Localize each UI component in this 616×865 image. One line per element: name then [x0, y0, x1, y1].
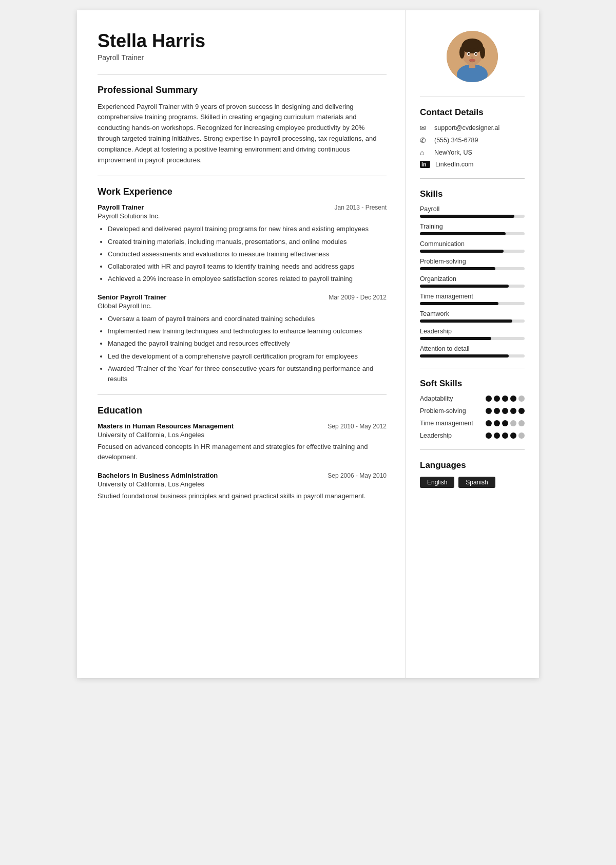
svg-point-7: [480, 46, 485, 59]
skill-dot: [494, 432, 500, 439]
skill-bar-fill: [420, 215, 514, 218]
edu-2-desc: Studied foundational business principles…: [98, 491, 387, 501]
skill-label: Communication: [420, 240, 525, 248]
skill-bar-bg: [420, 354, 525, 358]
name: Stella Harris: [98, 31, 387, 51]
list-item: Collaborated with HR and payroll teams t…: [108, 261, 387, 272]
svg-point-10: [468, 53, 470, 55]
contact-title: Contact Details: [420, 107, 525, 118]
skill-dot: [494, 408, 500, 414]
skill-label: Problem-solving: [420, 258, 525, 265]
skill-bar-fill: [420, 354, 509, 358]
job-1-dates: Jan 2013 - Present: [335, 204, 387, 211]
skill-row: Problem-solving: [420, 258, 525, 270]
contact-email-value: support@cvdesigner.ai: [434, 124, 499, 131]
skill-label: Payroll: [420, 205, 525, 213]
job-2-company: Global Payroll Inc.: [98, 302, 387, 310]
phone-icon: ✆: [420, 136, 430, 144]
skill-bar-bg: [420, 232, 525, 235]
svg-point-6: [459, 46, 465, 59]
skill-row: Leadership: [420, 328, 525, 340]
resume-container: Stella Harris Payroll Trainer Profession…: [77, 10, 539, 678]
email-icon: ✉: [420, 124, 430, 132]
edu-1-degree: Masters in Human Resources Management: [98, 422, 234, 430]
contact-section: Contact Details ✉ support@cvdesigner.ai …: [420, 107, 525, 168]
avatar-container: [420, 31, 525, 82]
skill-dot: [518, 396, 525, 402]
skill-dots: [486, 396, 525, 402]
skill-row: Teamwork: [420, 310, 525, 323]
soft-skill-row: Problem-solving: [420, 407, 525, 415]
skill-bar-bg: [420, 215, 525, 218]
contact-linkedin-value: LinkedIn.com: [435, 161, 473, 168]
svg-point-5: [463, 39, 482, 49]
location-icon: ⌂: [420, 148, 430, 157]
job-1: Payroll Trainer Jan 2013 - Present Payro…: [98, 203, 387, 284]
skill-label: Teamwork: [420, 310, 525, 317]
skill-bar-fill: [420, 285, 509, 288]
education-section: Education Masters in Human Resources Man…: [98, 405, 387, 501]
skill-row: Attention to detail: [420, 345, 525, 358]
edu-2-dates: Sep 2006 - May 2010: [328, 472, 387, 479]
soft-skill-label: Problem-solving: [420, 407, 476, 415]
avatar: [447, 31, 498, 82]
edu-2-header: Bachelors in Business Administration Sep…: [98, 472, 387, 479]
lang-spanish: Spanish: [458, 477, 495, 488]
job-2-title: Senior Payroll Trainer: [98, 293, 166, 301]
skill-dot: [494, 420, 500, 426]
contact-location-value: NewYork, US: [434, 149, 472, 156]
contact-linkedin: in LinkedIn.com: [420, 161, 525, 168]
language-tags: English Spanish: [420, 477, 525, 488]
skill-bar-fill: [420, 267, 495, 270]
skills-section: Skills Payroll Training Communication Pr…: [420, 189, 525, 358]
contact-location: ⌂ NewYork, US: [420, 148, 525, 157]
soft-skills-divider: [420, 449, 525, 450]
list-item: Oversaw a team of payroll trainers and c…: [108, 314, 387, 324]
skill-dot: [486, 432, 492, 439]
skill-bar-bg: [420, 267, 525, 270]
soft-skills-section: Soft Skills Adaptability Problem-solving…: [420, 379, 525, 439]
skill-row: Time management: [420, 293, 525, 305]
contact-divider: [420, 178, 525, 179]
skill-bar-bg: [420, 302, 525, 305]
edu-1-header: Masters in Human Resources Management Se…: [98, 422, 387, 430]
soft-skills-container: Adaptability Problem-solving Time manage…: [420, 395, 525, 439]
skills-title: Skills: [420, 189, 525, 199]
skill-row: Training: [420, 223, 525, 235]
skill-dot: [502, 396, 508, 402]
job-2-bullets: Oversaw a team of payroll trainers and c…: [98, 314, 387, 384]
job-1-company: Payroll Solutions Inc.: [98, 212, 387, 220]
skill-bar-fill: [420, 319, 512, 323]
work-experience-section: Work Experience Payroll Trainer Jan 2013…: [98, 186, 387, 384]
job-2-header: Senior Payroll Trainer Mar 2009 - Dec 20…: [98, 293, 387, 301]
skill-label: Time management: [420, 293, 525, 300]
list-item: Achieved a 20% increase in employee sati…: [108, 274, 387, 284]
skill-dot: [486, 408, 492, 414]
soft-skill-label: Time management: [420, 420, 476, 427]
skill-row: Payroll: [420, 205, 525, 218]
skill-dots: [486, 432, 525, 439]
job-1-title: Payroll Trainer: [98, 203, 144, 211]
soft-skill-row: Time management: [420, 420, 525, 427]
list-item: Awarded 'Trainer of the Year' for three …: [108, 364, 387, 384]
linkedin-icon: in: [420, 161, 430, 168]
work-experience-title: Work Experience: [98, 186, 387, 197]
skill-dot: [502, 432, 508, 439]
skill-dot: [486, 420, 492, 426]
edu-1-school: University of California, Los Angeles: [98, 431, 387, 439]
avatar-divider: [420, 97, 525, 97]
languages-section: Languages English Spanish: [420, 460, 525, 488]
contact-phone: ✆ (555) 345-6789: [420, 136, 525, 144]
skill-dot: [502, 420, 508, 426]
edu-1-desc: Focused on advanced concepts in HR manag…: [98, 442, 387, 462]
skill-dots: [486, 408, 525, 414]
list-item: Conducted assessments and evaluations to…: [108, 249, 387, 259]
edu-1-dates: Sep 2010 - May 2012: [328, 423, 387, 430]
skill-label: Attention to detail: [420, 345, 525, 352]
skill-dot: [518, 420, 525, 426]
svg-point-11: [475, 53, 477, 55]
work-divider: [98, 394, 387, 395]
soft-skill-row: Leadership: [420, 432, 525, 439]
skill-bar-fill: [420, 232, 506, 235]
education-title: Education: [98, 405, 387, 416]
